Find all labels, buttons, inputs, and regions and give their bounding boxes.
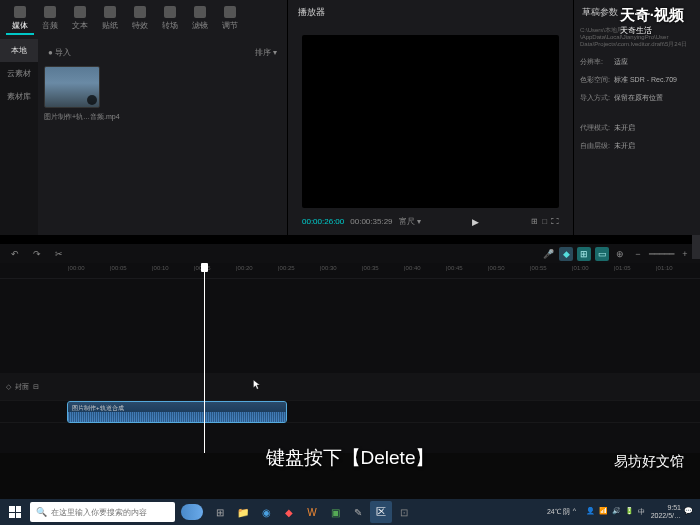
- taskview-button[interactable]: ⊞: [209, 501, 231, 523]
- taskbar-apps: ⊞ 📁 ◉ ◆ W ▣ ✎ 区 ⊡: [209, 501, 415, 523]
- colorspace-value[interactable]: 标准 SDR - Rec.709: [614, 75, 677, 85]
- explorer-button[interactable]: 📁: [232, 501, 254, 523]
- free-layer-label: 自由层级:: [580, 141, 614, 151]
- tick: |00:45: [446, 265, 463, 271]
- compare-icon[interactable]: ⊞: [531, 217, 538, 226]
- app-button-5[interactable]: ⊡: [393, 501, 415, 523]
- zoom-in-button[interactable]: +: [678, 247, 692, 261]
- tab-transition[interactable]: 转场: [156, 4, 184, 35]
- effect-icon: [134, 6, 146, 18]
- current-time: 00:00:26:00: [302, 217, 344, 226]
- zoom-out-button[interactable]: −: [631, 247, 645, 261]
- tick: |00:40: [404, 265, 421, 271]
- tick: |00:25: [278, 265, 295, 271]
- search-input[interactable]: [51, 508, 169, 517]
- track-cover-button[interactable]: 封面: [15, 382, 29, 392]
- media-sidebar: 本地 云素材 素材库: [0, 39, 38, 235]
- track-toggle-icon[interactable]: ◇: [6, 383, 11, 391]
- search-box[interactable]: 🔍: [30, 502, 175, 522]
- timeline[interactable]: |00:00 |00:05 |00:10 |00:15 |00:20 |00:2…: [0, 263, 700, 453]
- weather-widget[interactable]: [181, 504, 203, 520]
- free-layer-value[interactable]: 未开启: [614, 141, 635, 151]
- sticker-icon: [104, 6, 116, 18]
- resolution-label: 分辨率:: [580, 57, 614, 67]
- original-icon[interactable]: □: [542, 217, 547, 226]
- app-button-1[interactable]: ◆: [278, 501, 300, 523]
- tick: |00:10: [152, 265, 169, 271]
- tab-media[interactable]: 媒体: [6, 4, 34, 35]
- player-viewport[interactable]: [302, 35, 559, 208]
- resolution-value[interactable]: 适应: [614, 57, 628, 67]
- preview-button[interactable]: ▭: [595, 247, 609, 261]
- jianying-button[interactable]: 区: [370, 501, 392, 523]
- colorspace-label: 色彩空间:: [580, 75, 614, 85]
- tray-volume-icon[interactable]: 🔊: [612, 507, 622, 517]
- import-mode-label: 导入方式:: [580, 93, 614, 103]
- tray-chevron-icon[interactable]: ^: [573, 507, 583, 517]
- media-icon: [14, 6, 26, 18]
- link-button[interactable]: ⊕: [613, 247, 627, 261]
- tray-wifi-icon[interactable]: 📶: [599, 507, 609, 517]
- clip-label: 图片制作+轨道合成: [72, 405, 124, 411]
- tab-audio[interactable]: 音频: [36, 4, 64, 35]
- video-track[interactable]: ◇ 封面 ⊟: [0, 373, 700, 401]
- ratio-dropdown[interactable]: 富尺 ▾: [399, 216, 421, 227]
- tab-effect[interactable]: 特效: [126, 4, 154, 35]
- tab-sticker[interactable]: 贴纸: [96, 4, 124, 35]
- media-thumbnail[interactable]: [44, 66, 100, 108]
- keyframe-button[interactable]: ◆: [559, 247, 573, 261]
- import-mode-value[interactable]: 保留在原有位置: [614, 93, 663, 103]
- waveform: [68, 412, 286, 422]
- tray-people-icon[interactable]: 👤: [586, 507, 596, 517]
- system-tray: 24℃ 阴 ^ 👤 📶 🔊 🔋 中 9:51 2022/5/… 💬: [547, 504, 698, 519]
- start-button[interactable]: [2, 499, 28, 525]
- mic-button[interactable]: 🎤: [541, 247, 555, 261]
- watermark-bottom: 易坊好文馆: [614, 453, 684, 471]
- audio-clip[interactable]: 图片制作+轨道合成: [68, 402, 286, 422]
- audio-track[interactable]: 图片制作+轨道合成: [0, 401, 700, 423]
- tab-text[interactable]: 文本: [66, 4, 94, 35]
- tray-ime-icon[interactable]: 中: [638, 507, 648, 517]
- tick: |00:30: [320, 265, 337, 271]
- top-tabs: 媒体 音频 文本 贴纸 特效 转场 滤镜 调节: [0, 0, 287, 39]
- proxy-value[interactable]: 未开启: [614, 123, 635, 133]
- play-button[interactable]: ▶: [472, 217, 479, 227]
- tab-adjust[interactable]: 调节: [216, 4, 244, 35]
- player-title: 播放器: [288, 0, 573, 25]
- side-tab-library[interactable]: 素材库: [0, 85, 38, 108]
- tab-filter[interactable]: 滤镜: [186, 4, 214, 35]
- redo-button[interactable]: ↷: [30, 247, 44, 261]
- app-button-2[interactable]: W: [301, 501, 323, 523]
- media-content: ● 导入 排序 ▾ 图片制作+轨…音频.mp4: [38, 39, 287, 235]
- split-button[interactable]: ✂: [52, 247, 66, 261]
- timeline-ruler[interactable]: |00:00 |00:05 |00:10 |00:15 |00:20 |00:2…: [0, 263, 700, 279]
- notifications-icon[interactable]: 💬: [684, 507, 694, 517]
- taskbar: 🔍 ⊞ 📁 ◉ ◆ W ▣ ✎ 区 ⊡ 24℃ 阴 ^ 👤 📶 🔊 🔋 中 9:…: [0, 499, 700, 525]
- tick: |00:35: [362, 265, 379, 271]
- tick: |00:55: [530, 265, 547, 271]
- snap-button[interactable]: ⊞: [577, 247, 591, 261]
- clock[interactable]: 9:51 2022/5/…: [651, 504, 681, 519]
- tick: |00:50: [488, 265, 505, 271]
- app-button-4[interactable]: ✎: [347, 501, 369, 523]
- track-menu-icon[interactable]: ⊟: [33, 383, 39, 391]
- weather-text[interactable]: 24℃ 阴: [547, 507, 570, 517]
- audio-icon: [44, 6, 56, 18]
- side-tab-local[interactable]: 本地: [0, 39, 38, 62]
- media-panel: 媒体 音频 文本 贴纸 特效 转场 滤镜 调节 本地 云素材 素材库 ● 导入 …: [0, 0, 288, 235]
- tick: |01:00: [572, 265, 589, 271]
- total-time: 00:00:35:29: [350, 217, 392, 226]
- import-button[interactable]: ● 导入: [48, 47, 71, 58]
- side-tab-cloud[interactable]: 云素材: [0, 62, 38, 85]
- tick: |00:20: [236, 265, 253, 271]
- tick: |01:05: [614, 265, 631, 271]
- draft-path: C:\Users\本地用户\AppData\Local\JianyingPro\…: [574, 25, 700, 53]
- tray-battery-icon[interactable]: 🔋: [625, 507, 635, 517]
- playhead[interactable]: [204, 263, 205, 453]
- edge-button[interactable]: ◉: [255, 501, 277, 523]
- sort-dropdown[interactable]: 排序 ▾: [255, 47, 277, 58]
- scrollbar[interactable]: [692, 235, 700, 259]
- app-button-3[interactable]: ▣: [324, 501, 346, 523]
- undo-button[interactable]: ↶: [8, 247, 22, 261]
- fullscreen-icon[interactable]: ⛶: [551, 217, 559, 226]
